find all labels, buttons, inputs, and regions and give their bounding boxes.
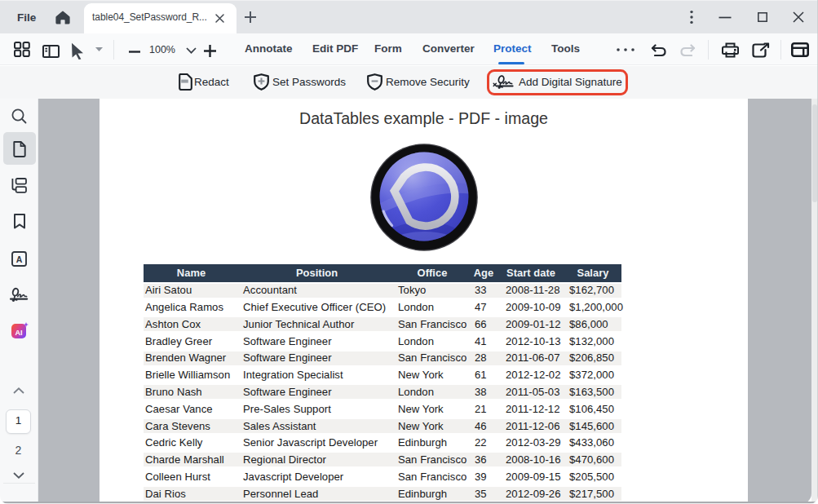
svg-text:AI: AI [15, 329, 23, 337]
svg-text:A: A [16, 254, 23, 264]
